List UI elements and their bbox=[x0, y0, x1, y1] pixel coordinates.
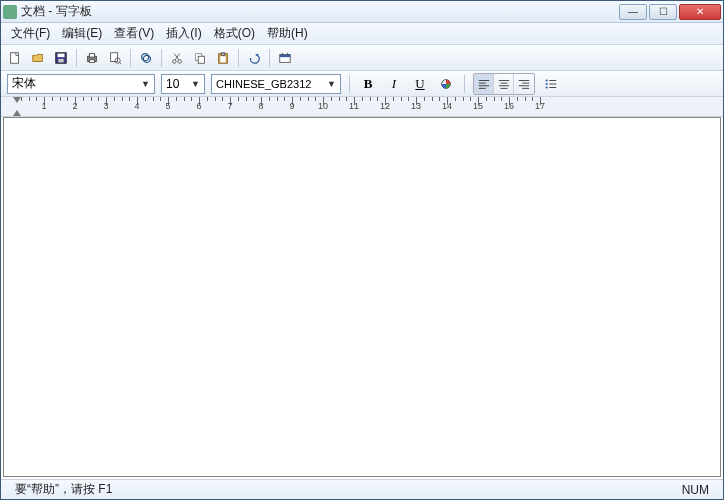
ruler-scale: 1234567891011121314151617 bbox=[13, 97, 723, 116]
svg-rect-17 bbox=[198, 56, 204, 63]
menu-file[interactable]: 文件(F) bbox=[5, 23, 56, 44]
new-button[interactable] bbox=[5, 48, 25, 68]
font-size-combo[interactable]: 10▼ bbox=[161, 74, 205, 94]
ruler[interactable]: 1234567891011121314151617 bbox=[1, 97, 723, 117]
svg-point-13 bbox=[178, 59, 182, 63]
menu-help[interactable]: 帮助(H) bbox=[261, 23, 314, 44]
open-button[interactable] bbox=[28, 48, 48, 68]
separator bbox=[269, 49, 270, 67]
chevron-down-icon: ▼ bbox=[141, 79, 150, 89]
separator bbox=[349, 75, 350, 93]
svg-rect-6 bbox=[89, 59, 94, 62]
undo-button[interactable] bbox=[244, 48, 264, 68]
align-left-button[interactable] bbox=[474, 74, 494, 94]
svg-rect-0 bbox=[11, 52, 19, 63]
separator bbox=[238, 49, 239, 67]
find-button[interactable] bbox=[136, 48, 156, 68]
italic-button[interactable]: I bbox=[384, 74, 404, 94]
close-button[interactable]: ✕ bbox=[679, 4, 721, 20]
align-right-button[interactable] bbox=[514, 74, 534, 94]
format-toolbar: 宋体▼ 10▼ CHINESE_GB2312▼ B I U bbox=[1, 71, 723, 97]
bullets-button[interactable] bbox=[541, 74, 561, 94]
menu-insert[interactable]: 插入(I) bbox=[160, 23, 207, 44]
svg-point-39 bbox=[546, 82, 548, 84]
app-icon bbox=[3, 5, 17, 19]
separator bbox=[76, 49, 77, 67]
font-family-combo[interactable]: 宋体▼ bbox=[7, 74, 155, 94]
datetime-button[interactable] bbox=[275, 48, 295, 68]
underline-button[interactable]: U bbox=[410, 74, 430, 94]
svg-point-40 bbox=[546, 86, 548, 88]
menu-format[interactable]: 格式(O) bbox=[208, 23, 261, 44]
svg-line-9 bbox=[119, 62, 121, 64]
window-controls: — ☐ ✕ bbox=[619, 4, 721, 20]
chevron-down-icon: ▼ bbox=[327, 79, 336, 89]
svg-point-11 bbox=[143, 55, 150, 62]
copy-button[interactable] bbox=[190, 48, 210, 68]
svg-point-10 bbox=[142, 53, 149, 60]
maximize-button[interactable]: ☐ bbox=[649, 4, 677, 20]
charset-value: CHINESE_GB2312 bbox=[216, 78, 311, 90]
menu-view[interactable]: 查看(V) bbox=[108, 23, 160, 44]
document-area[interactable] bbox=[3, 117, 721, 477]
print-button[interactable] bbox=[82, 48, 102, 68]
chevron-down-icon: ▼ bbox=[191, 79, 200, 89]
window-title: 文档 - 写字板 bbox=[21, 3, 619, 20]
svg-line-15 bbox=[174, 53, 178, 59]
save-button[interactable] bbox=[51, 48, 71, 68]
print-preview-button[interactable] bbox=[105, 48, 125, 68]
svg-point-38 bbox=[546, 79, 548, 81]
align-center-button[interactable] bbox=[494, 74, 514, 94]
cut-button[interactable] bbox=[167, 48, 187, 68]
alignment-group bbox=[473, 73, 535, 95]
separator bbox=[161, 49, 162, 67]
app-window: 文档 - 写字板 — ☐ ✕ 文件(F) 编辑(E) 查看(V) 插入(I) 格… bbox=[0, 0, 724, 500]
font-size-value: 10 bbox=[166, 77, 179, 91]
paste-button[interactable] bbox=[213, 48, 233, 68]
font-family-value: 宋体 bbox=[12, 75, 36, 92]
separator bbox=[464, 75, 465, 93]
svg-rect-5 bbox=[89, 53, 94, 57]
svg-rect-3 bbox=[58, 58, 63, 62]
color-button[interactable] bbox=[436, 74, 456, 94]
svg-rect-2 bbox=[58, 53, 65, 57]
standard-toolbar bbox=[1, 45, 723, 71]
svg-rect-7 bbox=[111, 52, 118, 61]
statusbar: 要“帮助”，请按 F1 NUM bbox=[1, 479, 723, 499]
svg-rect-19 bbox=[221, 52, 225, 55]
titlebar[interactable]: 文档 - 写字板 — ☐ ✕ bbox=[1, 1, 723, 23]
svg-line-14 bbox=[175, 53, 179, 59]
status-numlock: NUM bbox=[674, 483, 717, 497]
svg-point-12 bbox=[173, 59, 177, 63]
status-help-text: 要“帮助”，请按 F1 bbox=[7, 481, 120, 498]
minimize-button[interactable]: — bbox=[619, 4, 647, 20]
separator bbox=[130, 49, 131, 67]
menu-edit[interactable]: 编辑(E) bbox=[56, 23, 108, 44]
svg-rect-22 bbox=[280, 54, 291, 57]
menubar: 文件(F) 编辑(E) 查看(V) 插入(I) 格式(O) 帮助(H) bbox=[1, 23, 723, 45]
svg-rect-20 bbox=[220, 56, 225, 62]
charset-combo[interactable]: CHINESE_GB2312▼ bbox=[211, 74, 341, 94]
bold-button[interactable]: B bbox=[358, 74, 378, 94]
